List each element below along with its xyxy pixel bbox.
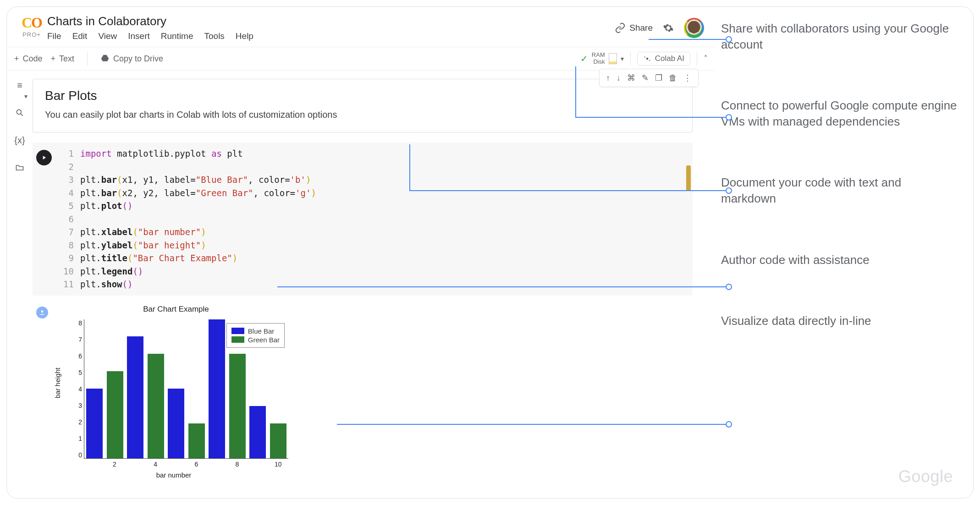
text-cell[interactable]: Bar Plots You can easily plot bar charts… bbox=[33, 79, 693, 132]
more-icon[interactable]: ⋮ bbox=[683, 73, 692, 83]
toolbar-separator bbox=[87, 52, 88, 66]
text-cell-heading: Bar Plots bbox=[45, 88, 680, 103]
svg-point-2 bbox=[649, 60, 650, 61]
menu-help[interactable]: Help bbox=[236, 31, 253, 41]
gear-icon[interactable] bbox=[663, 22, 674, 33]
mirror-cell-icon[interactable]: ❐ bbox=[655, 73, 662, 83]
pro-plus-badge: PRO+ bbox=[16, 31, 47, 38]
menu-bar: File Edit View Insert Runtime Tools Help bbox=[47, 31, 615, 41]
left-rail: ≡ {x} bbox=[7, 71, 33, 498]
variables-icon[interactable]: {x} bbox=[14, 135, 25, 146]
edit-icon[interactable]: ✎ bbox=[642, 73, 649, 83]
annotation-visualize: Visualize data directly in-line bbox=[721, 313, 959, 329]
annotation-document: Document your code with text and markdow… bbox=[721, 175, 959, 207]
marketing-annotations: Share with collaborators using your Goog… bbox=[721, 21, 959, 374]
colab-ai-button[interactable]: Colab AI bbox=[637, 52, 690, 66]
resource-gauge-icon bbox=[609, 53, 617, 64]
plus-icon: + bbox=[14, 54, 19, 64]
sparkle-icon bbox=[643, 55, 651, 63]
cell-toolbar: ↑ ↓ ⌘ ✎ ❐ 🗑 ⋮ bbox=[599, 69, 699, 87]
add-code-button[interactable]: +Code bbox=[14, 54, 43, 64]
output-area: Bar Chart Example bar height 876543210 B… bbox=[33, 305, 702, 481]
document-title[interactable]: Charts in Colaboratory bbox=[47, 14, 615, 28]
run-cell-button[interactable] bbox=[36, 150, 52, 165]
notebook-area: ▾ ↑ ↓ ⌘ ✎ ❐ 🗑 ⋮ Bar Plots You can easily… bbox=[33, 71, 715, 498]
drive-icon bbox=[100, 54, 110, 63]
chart-ylabel: bar height bbox=[54, 368, 61, 398]
annotation-share: Share with collaborators using your Goog… bbox=[721, 21, 959, 53]
executor-avatar-icon bbox=[36, 307, 48, 318]
code-cell[interactable]: 1import matplotlib.pyplot as plt 2 3plt.… bbox=[33, 143, 693, 296]
menu-view[interactable]: View bbox=[98, 31, 117, 41]
move-up-icon[interactable]: ↑ bbox=[606, 73, 610, 83]
share-label: Share bbox=[629, 23, 653, 33]
svg-point-5 bbox=[41, 310, 44, 313]
chart-xlabel: bar number bbox=[156, 471, 192, 479]
menu-edit[interactable]: Edit bbox=[72, 31, 88, 41]
cell-link-icon[interactable]: ⌘ bbox=[627, 73, 635, 83]
colab-logo-icon: CO bbox=[16, 14, 47, 31]
disk-label: Disk bbox=[592, 59, 605, 66]
google-watermark: Google bbox=[898, 467, 953, 486]
collapse-section-icon[interactable]: ▾ bbox=[24, 93, 28, 100]
add-text-button[interactable]: +Text bbox=[51, 54, 75, 64]
connection-status[interactable]: ✓ RAM Disk ▾ bbox=[580, 52, 624, 66]
scrollbar-thumb[interactable] bbox=[686, 165, 691, 191]
toc-icon[interactable]: ≡ bbox=[14, 80, 25, 91]
search-icon[interactable] bbox=[14, 107, 25, 118]
files-icon[interactable] bbox=[14, 162, 25, 173]
avatar[interactable] bbox=[684, 18, 704, 38]
play-icon bbox=[41, 154, 47, 161]
annotation-compute: Connect to powerful Google compute engin… bbox=[721, 98, 959, 130]
copy-to-drive-button[interactable]: Copy to Drive bbox=[100, 54, 163, 64]
menu-insert[interactable]: Insert bbox=[128, 31, 150, 41]
colab-logo-block: CO PRO+ bbox=[16, 14, 47, 38]
menu-file[interactable]: File bbox=[47, 31, 61, 41]
toolbar: +Code +Text Copy to Drive ✓ RAM Disk ▾ bbox=[7, 47, 715, 71]
svg-point-3 bbox=[17, 110, 21, 114]
move-down-icon[interactable]: ↓ bbox=[617, 73, 621, 83]
colab-app: CO PRO+ Charts in Colaboratory File Edit… bbox=[7, 7, 715, 498]
svg-point-1 bbox=[644, 56, 645, 57]
code-editor[interactable]: 1import matplotlib.pyplot as plt 2 3plt.… bbox=[58, 147, 316, 291]
menu-runtime[interactable]: Runtime bbox=[161, 31, 193, 41]
plus-icon: + bbox=[51, 54, 56, 64]
share-button[interactable]: Share bbox=[615, 22, 653, 33]
svg-line-4 bbox=[21, 114, 23, 116]
chart-title: Bar Chart Example bbox=[55, 305, 297, 314]
chevron-down-icon[interactable]: ▾ bbox=[621, 55, 624, 62]
header: CO PRO+ Charts in Colaboratory File Edit… bbox=[7, 7, 715, 47]
menu-tools[interactable]: Tools bbox=[204, 31, 225, 41]
annotation-author: Author code with assistance bbox=[721, 252, 959, 268]
check-icon: ✓ bbox=[580, 53, 588, 64]
text-cell-body: You can easily plot bar charts in Colab … bbox=[45, 110, 680, 120]
link-icon bbox=[615, 22, 626, 33]
ram-label: RAM bbox=[592, 52, 605, 59]
svg-point-0 bbox=[646, 58, 648, 60]
chevron-up-icon[interactable]: ˄ bbox=[704, 54, 708, 64]
chart-output: Bar Chart Example bar height 876543210 B… bbox=[55, 305, 297, 481]
delete-icon[interactable]: 🗑 bbox=[669, 73, 677, 83]
